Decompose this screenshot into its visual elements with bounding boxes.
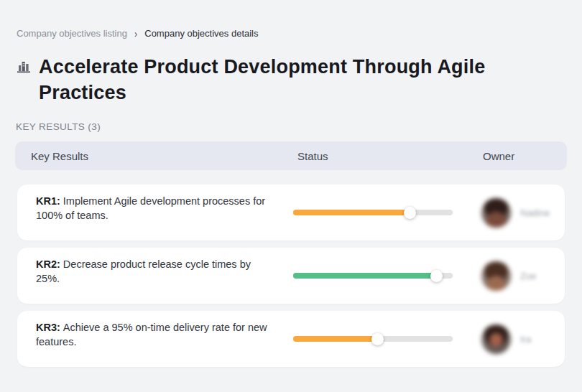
kr-label: KR2: <box>36 258 60 270</box>
progress-fill <box>293 273 437 279</box>
kr-description: Decrease product release cycle times by … <box>36 258 251 284</box>
progress-slider-knob[interactable] <box>404 207 416 219</box>
owner-avatar <box>481 325 511 354</box>
breadcrumb: Company objectives listing › Company obj… <box>15 28 567 39</box>
owner-name: Zoe <box>520 271 536 281</box>
title-row: Accelerate Product Development Through A… <box>15 54 567 106</box>
progress-slider <box>293 336 453 342</box>
key-result-text: KR2:Decrease product release cycle times… <box>17 248 293 286</box>
key-results-list: KR1:Implement Agile development processe… <box>15 185 567 367</box>
column-header-key-results: Key Results <box>15 150 291 162</box>
owner-avatar <box>481 198 511 228</box>
kr-label: KR3: <box>36 322 60 333</box>
table-header: Key Results Status Owner <box>15 141 567 170</box>
status-cell <box>293 336 481 342</box>
owner-name: Ira <box>520 334 531 345</box>
breadcrumb-chevron-icon: › <box>134 28 137 39</box>
objective-details-page: Company objectives listing › Company obj… <box>0 28 582 367</box>
key-result-text: KR1:Implement Agile development processe… <box>17 185 293 223</box>
progress-slider-knob[interactable] <box>430 270 443 282</box>
kr-description: Achieve a 95% on-time delivery rate for … <box>36 322 267 347</box>
table-row[interactable]: KR1:Implement Agile development processe… <box>17 185 565 241</box>
column-header-owner: Owner <box>479 150 567 162</box>
breadcrumb-link-listing[interactable]: Company objectives listing <box>17 28 127 39</box>
owner-name: Nadine <box>520 207 550 218</box>
table-row[interactable]: KR3:Achieve a 95% on-time delivery rate … <box>17 311 565 367</box>
breadcrumb-current-page: Company objectives details <box>144 28 258 39</box>
owner-cell: Nadine <box>481 198 565 228</box>
progress-slider <box>293 210 453 215</box>
progress-fill <box>293 336 378 342</box>
kr-label: KR1: <box>36 195 60 207</box>
owner-cell: Ira <box>481 325 565 354</box>
owner-avatar <box>481 261 511 291</box>
progress-slider-knob[interactable] <box>371 333 384 345</box>
column-header-status: Status <box>291 150 479 162</box>
status-cell <box>293 273 481 279</box>
table-row[interactable]: KR2:Decrease product release cycle times… <box>17 248 565 304</box>
status-cell <box>293 210 481 215</box>
kr-description: Implement Agile development processes fo… <box>36 195 265 221</box>
key-result-text: KR3:Achieve a 95% on-time delivery rate … <box>17 311 293 349</box>
company-buildings-chart-icon <box>16 60 32 77</box>
key-results-count-label: KEY RESULTS (3) <box>15 121 567 132</box>
progress-fill <box>293 210 410 215</box>
page-title: Accelerate Product Development Through A… <box>39 54 499 106</box>
progress-slider <box>293 273 453 279</box>
owner-cell: Zoe <box>481 261 565 291</box>
